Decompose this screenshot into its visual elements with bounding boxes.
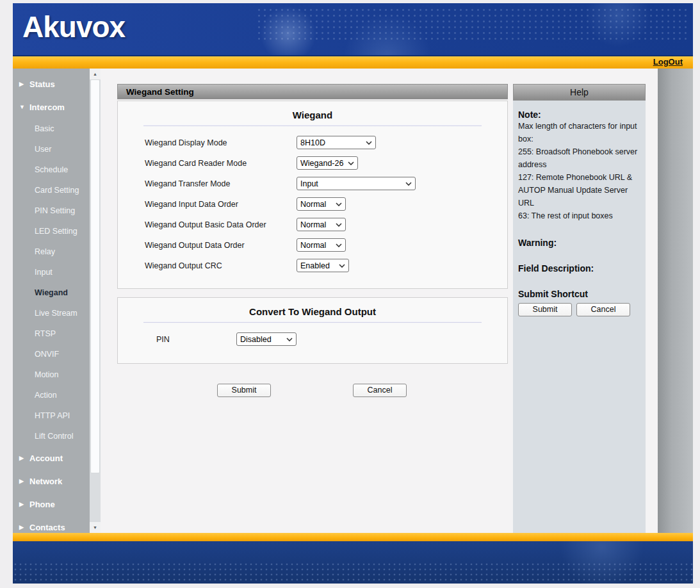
sidebar-item-label: HTTP API xyxy=(35,411,70,420)
sidebar-item-label: Network xyxy=(29,477,62,486)
right-margin-strip xyxy=(658,69,693,533)
select-value: Input xyxy=(300,179,318,188)
help-cancel-button[interactable]: Cancel xyxy=(576,303,630,316)
sidebar-item-label: Account xyxy=(29,453,63,463)
field-label: Wiegand Output CRC xyxy=(145,261,297,271)
sidebar-item-lift-control[interactable]: Lift Control xyxy=(13,426,90,446)
logout-link[interactable]: LogOut xyxy=(653,57,683,67)
chevron-right-icon: ▶ xyxy=(19,455,26,461)
sidebar-item-user[interactable]: User xyxy=(13,139,90,159)
field-label: Wiegand Input Data Order xyxy=(145,199,297,209)
sidebar-nav: ▶ Status ▼ Intercom Basic User Schedule … xyxy=(13,69,90,533)
sidebar-item-contacts[interactable]: ▶ Contacts xyxy=(13,516,90,533)
sidebar-item-label: Relay xyxy=(35,247,55,256)
chevron-right-icon: ▶ xyxy=(19,501,26,507)
akuvox-logo: Akuvox xyxy=(22,10,125,44)
sidebar-item-status[interactable]: ▶ Status xyxy=(13,72,90,95)
sidebar-item-rtsp[interactable]: RTSP xyxy=(13,323,90,344)
sidebar-item-label: Status xyxy=(29,79,55,89)
wiegand-display-mode-select[interactable]: 8H10D xyxy=(297,136,376,149)
section-divider xyxy=(143,322,482,323)
app-header: Akuvox xyxy=(13,3,693,56)
select-value: 8H10D xyxy=(300,138,325,147)
scroll-down-button[interactable]: ▼ xyxy=(90,522,101,533)
footer-dot-pattern xyxy=(13,562,693,584)
app-footer xyxy=(13,541,693,584)
help-title: Help xyxy=(513,84,646,101)
field-label: Wiegand Output Basic Data Order xyxy=(145,220,297,230)
sidebar-item-account[interactable]: ▶ Account xyxy=(13,446,90,470)
sidebar-item-basic[interactable]: Basic xyxy=(13,118,90,139)
cancel-button[interactable]: Cancel xyxy=(353,384,407,397)
chevron-right-icon: ▶ xyxy=(19,524,26,530)
field-label: Wiegand Display Mode xyxy=(145,138,297,148)
select-value: Normal xyxy=(300,220,326,229)
sidebar-item-label: RTSP xyxy=(35,329,56,338)
wiegand-output-crc-select[interactable]: Enabled xyxy=(297,259,349,272)
sidebar-scrollbar[interactable]: ▲ ▼ xyxy=(90,69,101,533)
note-line: 255: Broadsoft Phonebook server address xyxy=(518,145,640,171)
select-value: Wiegand-26 xyxy=(300,159,343,168)
form-row-input-data-order: Wiegand Input Data Order Normal xyxy=(145,197,507,211)
scroll-up-icon: ▲ xyxy=(93,72,97,76)
form-row-transfer-mode: Wiegand Transfer Mode Input xyxy=(145,177,507,190)
form-row-output-data-order: Wiegand Output Data Order Normal xyxy=(145,238,507,252)
help-body: Note: Max length of characters for input… xyxy=(513,101,646,533)
settings-column: Wiegand Setting Wiegand Wiegand Display … xyxy=(117,84,508,397)
pin-select[interactable]: Disabled xyxy=(236,332,297,346)
sidebar-item-phone[interactable]: ▶ Phone xyxy=(13,493,90,516)
sidebar-item-schedule[interactable]: Schedule xyxy=(13,159,90,180)
note-heading: Note: xyxy=(518,110,640,120)
help-panel: Help Note: Max length of characters for … xyxy=(513,84,646,533)
sidebar-item-action[interactable]: Action xyxy=(13,385,90,405)
sidebar-item-http-api[interactable]: HTTP API xyxy=(13,405,90,426)
sidebar-item-input[interactable]: Input xyxy=(13,262,90,282)
form-row-display-mode: Wiegand Display Mode 8H10D xyxy=(145,136,507,149)
sidebar-item-label: User xyxy=(35,145,51,154)
sidebar-item-label: Lift Control xyxy=(35,432,73,441)
footer-accent-bar xyxy=(13,533,693,541)
field-label: PIN xyxy=(156,334,236,345)
submit-button[interactable]: Submit xyxy=(217,384,271,397)
panel-padding xyxy=(118,279,507,288)
sidebar-item-label: LED Setting xyxy=(35,227,77,236)
sidebar-item-card-setting[interactable]: Card Setting xyxy=(13,180,90,200)
sidebar-item-label: PIN Setting xyxy=(35,206,75,215)
wiegand-input-data-order-select[interactable]: Normal xyxy=(297,197,346,211)
wiegand-card-reader-mode-select[interactable]: Wiegand-26 xyxy=(297,156,358,170)
top-bar: LogOut xyxy=(13,56,693,69)
sidebar-item-label: Phone xyxy=(29,500,55,509)
help-submit-button[interactable]: Submit xyxy=(518,303,572,316)
action-buttons-row: Submit Cancel xyxy=(117,384,508,397)
sidebar-item-wiegand[interactable]: Wiegand xyxy=(13,282,90,303)
note-line: 127: Remote Phonebook URL & AUTOP Manual… xyxy=(518,171,640,209)
field-label: Wiegand Transfer Mode xyxy=(145,179,297,189)
note-line: Max length of characters for input box: xyxy=(518,120,640,145)
sidebar-item-network[interactable]: ▶ Network xyxy=(13,470,90,493)
form-row-output-basic-data-order: Wiegand Output Basic Data Order Normal xyxy=(145,218,507,231)
sidebar-item-label: Basic xyxy=(35,124,54,133)
scroll-up-button[interactable]: ▲ xyxy=(90,69,101,79)
sidebar-item-led-setting[interactable]: LED Setting xyxy=(13,221,90,241)
select-value: Disabled xyxy=(240,335,272,344)
section-divider xyxy=(143,125,482,126)
sidebar-item-label: ONVIF xyxy=(35,350,59,359)
page: Akuvox LogOut ▶ Status ▼ Intercom Basic … xyxy=(0,0,700,588)
sidebar-item-onvif[interactable]: ONVIF xyxy=(13,344,90,364)
wiegand-output-basic-data-order-select[interactable]: Normal xyxy=(297,218,346,231)
wiegand-transfer-mode-select[interactable]: Input xyxy=(297,177,416,190)
page-title: Wiegand Setting xyxy=(117,84,508,99)
sidebar-item-relay[interactable]: Relay xyxy=(13,241,90,262)
field-label: Wiegand Card Reader Mode xyxy=(145,158,297,168)
convert-panel: Convert To Wiegand Output PIN Disabled xyxy=(117,297,508,364)
sidebar-item-pin-setting[interactable]: PIN Setting xyxy=(13,200,90,221)
wiegand-output-data-order-select[interactable]: Normal xyxy=(297,238,346,252)
chevron-right-icon: ▶ xyxy=(19,478,26,484)
form-row-output-crc: Wiegand Output CRC Enabled xyxy=(145,259,507,272)
sidebar-item-label: Intercom xyxy=(29,102,65,112)
sidebar-item-intercom[interactable]: ▼ Intercom xyxy=(13,95,90,118)
submit-shortcut-heading: Submit Shortcut xyxy=(518,289,640,299)
scrollbar-thumb[interactable] xyxy=(90,79,100,473)
sidebar-item-live-stream[interactable]: Live Stream xyxy=(13,303,90,323)
sidebar-item-motion[interactable]: Motion xyxy=(13,364,90,385)
